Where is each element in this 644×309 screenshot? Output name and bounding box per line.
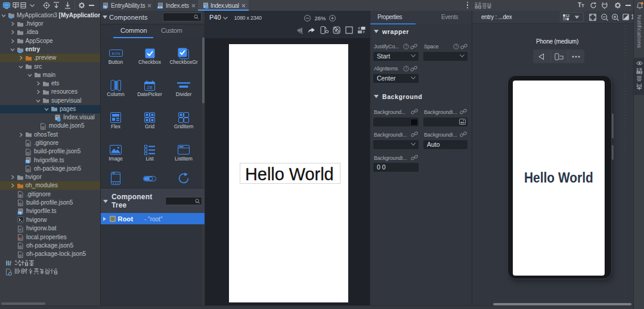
svg-text:TS: TS (18, 212, 21, 215)
svg-text:ETS: ETS (157, 6, 162, 9)
svg-text:TS: TS (103, 6, 107, 9)
svg-text:TS: TS (26, 160, 29, 163)
svg-text:?: ? (455, 44, 457, 48)
svg-text:BTN: BTN (112, 51, 120, 56)
svg-text:28: 28 (147, 84, 153, 89)
svg-text:?: ? (405, 66, 407, 70)
svg-text:?: ? (405, 44, 407, 48)
